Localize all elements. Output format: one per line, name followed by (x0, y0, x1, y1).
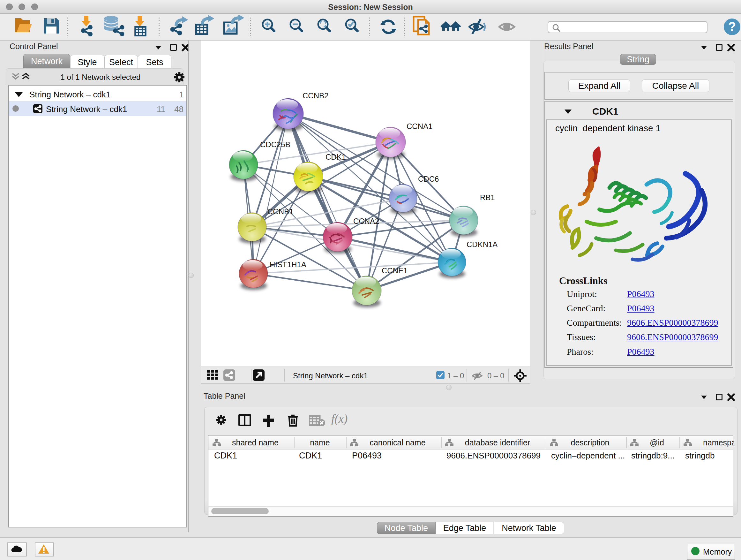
svg-text:CCNB2: CCNB2 (302, 91, 328, 100)
svg-text:HIST1H1A: HIST1H1A (270, 260, 307, 269)
svg-text:CDC6: CDC6 (418, 175, 439, 183)
svg-text:RB1: RB1 (480, 193, 495, 202)
svg-text:CCNA2: CCNA2 (353, 217, 379, 226)
svg-text:CDC25B: CDC25B (260, 140, 290, 149)
svg-text:?: ? (728, 19, 736, 34)
svg-text:CCNB1: CCNB1 (267, 207, 293, 216)
svg-text:CDK1: CDK1 (326, 152, 346, 161)
svg-text:CCNA1: CCNA1 (407, 122, 432, 131)
svg-text:CDKN1A: CDKN1A (467, 240, 497, 249)
svg-text:CCNE1: CCNE1 (382, 266, 408, 275)
